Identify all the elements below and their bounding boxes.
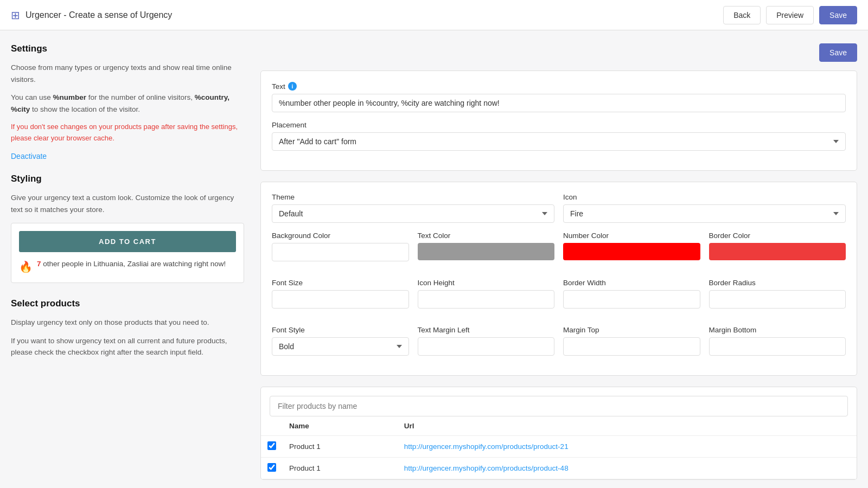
font-style-select[interactable]: Bold Normal Italic: [272, 337, 409, 356]
placement-select[interactable]: After "Add to cart" form Before "Add to …: [272, 132, 846, 151]
text-color-input[interactable]: 999999: [418, 243, 555, 260]
border-color-label: Border Color: [709, 232, 846, 240]
products-card: Name Url Product 1 http://urgencer.mysho…: [260, 387, 857, 480]
products-table: Name Url Product 1 http://urgencer.mysho…: [261, 416, 857, 479]
placement-form-group: Placement After "Add to cart" form Befor…: [272, 121, 846, 151]
product-checkbox-cell: [261, 458, 283, 479]
font-size-group: Font Size 16: [272, 279, 409, 309]
styling-desc: Give your urgency text a custom look. Cu…: [11, 192, 244, 215]
border-color-input[interactable]: EE3B3B: [709, 243, 846, 260]
table-row: Product 1 http://urgencer.myshopify.com/…: [261, 436, 857, 458]
product-checkbox-0[interactable]: [267, 441, 276, 450]
bg-color-group: Background Color FFFFFF: [272, 232, 409, 261]
icon-height-input[interactable]: 24: [418, 290, 555, 309]
text-placement-card: Text i Placement After "Add to cart" for…: [260, 70, 857, 171]
product-checkbox-cell: [261, 436, 283, 458]
border-radius-group: Border Radius 50: [709, 279, 846, 309]
save-button-top[interactable]: Save: [819, 6, 857, 24]
col-checkbox: [261, 416, 283, 436]
col-url: Url: [398, 416, 857, 436]
margin-bottom-input[interactable]: 0: [709, 337, 846, 356]
urgency-rest-text: other people in Lithuania, Zasliai are w…: [43, 260, 226, 268]
icon-select[interactable]: Fire Eye People None: [563, 204, 846, 223]
product-url-0: http://urgencer.myshopify.com/products/p…: [398, 436, 857, 458]
top-save-area: Save: [260, 43, 857, 62]
urgency-number: 7: [37, 260, 41, 268]
app-title: Urgencer - Create a sense of Urgency: [25, 10, 172, 20]
fire-icon: 🔥: [19, 259, 33, 275]
border-radius-label: Border Radius: [709, 279, 846, 287]
theme-icon-row: Theme Default Custom Icon Fire Eye Peopl…: [272, 193, 846, 232]
margin-bottom-label: Margin Bottom: [709, 326, 846, 334]
text-input[interactable]: [272, 94, 846, 112]
text-margin-left-group: Text Margin Left 5: [418, 326, 555, 356]
text-label: Text i: [272, 82, 846, 91]
text-color-label: Text Color: [418, 232, 555, 240]
select-desc-2: If you want to show urgency text on all …: [11, 335, 244, 358]
font-size-input[interactable]: 16: [272, 290, 409, 309]
number-color-input[interactable]: FF0000: [563, 243, 700, 260]
border-width-input[interactable]: 0: [563, 290, 700, 309]
nav-right: Back Preview Save: [723, 6, 857, 24]
margin-bottom-group: Margin Bottom 0: [709, 326, 846, 356]
product-url-link-0[interactable]: http://urgencer.myshopify.com/products/p…: [404, 442, 569, 451]
select-desc-1: Display urgency text only on those produ…: [11, 317, 244, 329]
margin-top-group: Margin Top 15: [563, 326, 700, 356]
product-checkbox-1[interactable]: [267, 463, 276, 472]
urgency-text: 7 other people in Lithuania, Zasliai are…: [37, 259, 226, 269]
styling-section: Styling Give your urgency text a custom …: [11, 174, 244, 283]
table-row: Product 1 http://urgencer.myshopify.com/…: [261, 458, 857, 479]
font-style-group: Font Style Bold Normal Italic: [272, 326, 409, 356]
bold-country-city: %country, %city: [11, 93, 229, 113]
back-button[interactable]: Back: [723, 6, 761, 24]
bold-number: %number: [53, 93, 87, 101]
app-icon: ⊞: [11, 9, 20, 22]
theme-select[interactable]: Default Custom: [272, 204, 554, 223]
product-name-1: Product 1: [283, 458, 398, 479]
theme-form-group: Theme Default Custom: [272, 193, 554, 223]
desc-text-2: You can use %number for the number of on…: [11, 92, 244, 115]
icon-label: Icon: [563, 193, 846, 201]
font-size-label: Font Size: [272, 279, 409, 287]
urgency-preview: 🔥 7 other people in Lithuania, Zasliai a…: [19, 259, 236, 275]
settings-section: Settings Choose from many types or urgen…: [11, 43, 244, 160]
styling-title: Styling: [11, 174, 244, 184]
text-form-group: Text i: [272, 82, 846, 112]
bg-color-label: Background Color: [272, 232, 409, 240]
margin-row: Font Style Bold Normal Italic Text Margi…: [272, 326, 846, 364]
top-nav: ⊞ Urgencer - Create a sense of Urgency B…: [0, 0, 868, 30]
products-tbody: Product 1 http://urgencer.myshopify.com/…: [261, 436, 857, 479]
styling-card: Theme Default Custom Icon Fire Eye Peopl…: [260, 182, 857, 376]
margin-top-input[interactable]: 15: [563, 337, 700, 356]
icon-form-group: Icon Fire Eye People None: [563, 193, 846, 223]
text-margin-left-input[interactable]: 5: [418, 337, 555, 356]
table-header: Name Url: [261, 416, 857, 436]
product-filter-input[interactable]: [270, 396, 848, 416]
border-width-group: Border Width 0: [563, 279, 700, 309]
preview-box: ADD TO CART 🔥 7 other people in Lithuani…: [11, 223, 244, 283]
preview-button[interactable]: Preview: [766, 6, 814, 24]
warning-text: If you don't see changes on your product…: [11, 121, 244, 144]
select-products-title: Select products: [11, 298, 244, 309]
border-color-group: Border Color EE3B3B: [709, 232, 846, 261]
text-info-icon[interactable]: i: [288, 82, 297, 91]
bg-color-input[interactable]: FFFFFF: [272, 243, 409, 261]
border-width-label: Border Width: [563, 279, 700, 287]
color-row: Background Color FFFFFF Text Color 99999…: [272, 232, 846, 270]
border-radius-input[interactable]: 50: [709, 290, 846, 309]
theme-label: Theme: [272, 193, 554, 201]
icon-height-group: Icon Height 24: [418, 279, 555, 309]
select-products-section: Select products Display urgency text onl…: [11, 298, 244, 358]
left-panel: Settings Choose from many types or urgen…: [11, 43, 260, 488]
product-name-0: Product 1: [283, 436, 398, 458]
size-row: Font Size 16 Icon Height 24 Border Width…: [272, 279, 846, 317]
main-container: Settings Choose from many types or urgen…: [0, 30, 868, 488]
product-url-link-1[interactable]: http://urgencer.myshopify.com/products/p…: [404, 464, 569, 472]
deactivate-link[interactable]: Deactivate: [11, 152, 47, 160]
save-button-right[interactable]: Save: [819, 43, 857, 62]
placement-label: Placement: [272, 121, 846, 129]
number-color-label: Number Color: [563, 232, 700, 240]
settings-title: Settings: [11, 43, 244, 54]
nav-left: ⊞ Urgencer - Create a sense of Urgency: [11, 9, 172, 22]
icon-height-label: Icon Height: [418, 279, 555, 287]
